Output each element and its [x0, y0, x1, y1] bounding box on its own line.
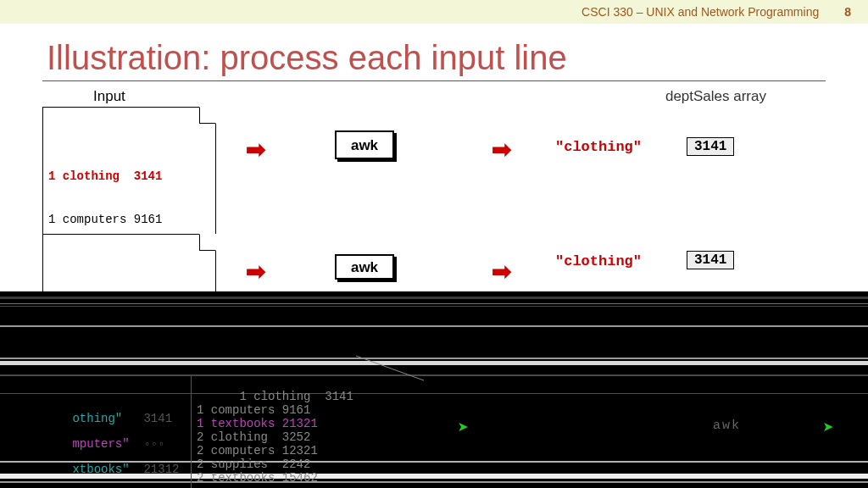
awk-box: awk	[335, 130, 394, 159]
title-rule	[42, 80, 826, 81]
array-label: deptSales array	[665, 88, 766, 105]
file-line: 1 clothing 3141	[48, 169, 210, 184]
glitch-text: othing" 3141 mputers" ◦◦◦ xtbooks" 21312	[30, 400, 179, 488]
arrow-icon: ➤	[458, 417, 469, 440]
array-value: 3141	[687, 137, 734, 156]
arrow-icon: ➡	[492, 136, 511, 164]
arrow-icon: ➡	[246, 136, 265, 164]
awk-box: awk	[335, 254, 394, 280]
array-value: 3141	[687, 251, 734, 269]
arrow-icon: ➤	[823, 417, 834, 440]
arrow-icon: ➡	[246, 258, 265, 286]
course-label: CSCI 330 – UNIX and Network Programming	[581, 5, 819, 19]
array-key: "clothing"	[555, 253, 642, 269]
glitch-filebox: 1 clothing 3141 1 computers 9161 1 textb…	[191, 376, 360, 488]
slide-header: CSCI 330 – UNIX and Network Programming …	[0, 0, 868, 24]
glitch-line	[356, 355, 424, 430]
page-number: 8	[844, 5, 851, 19]
arrow-icon: ➡	[492, 258, 511, 286]
slide-title: Illustration: process each input line	[47, 39, 868, 77]
array-key: "clothing"	[555, 139, 642, 155]
corrupted-region: othing" 3141 mputers" ◦◦◦ xtbooks" 21312…	[0, 291, 868, 488]
file-line: 1 computers 9161	[48, 213, 210, 227]
glitch-awk: awk	[713, 419, 741, 433]
input-label: Input	[93, 88, 125, 105]
